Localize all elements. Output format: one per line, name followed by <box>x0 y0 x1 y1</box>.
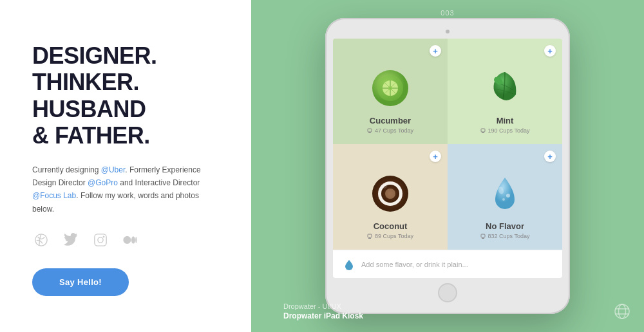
tablet-camera <box>446 30 450 33</box>
noflavor-cups: 832 Cups Today <box>480 233 530 239</box>
flavor-cell-noflavor: + <box>448 144 562 250</box>
focuslab-link[interactable]: @Focus Lab <box>32 191 76 200</box>
svg-point-26 <box>506 194 510 198</box>
instagram-icon[interactable] <box>91 231 109 249</box>
cucumber-add-button[interactable]: + <box>430 45 441 57</box>
noflavor-name: No Flavor <box>486 221 524 231</box>
svg-rect-12 <box>368 129 372 132</box>
noflavor-add-button[interactable]: + <box>544 151 556 162</box>
mint-name: Mint <box>497 116 514 125</box>
svg-point-2 <box>98 237 103 243</box>
mint-add-button[interactable]: + <box>544 45 556 57</box>
say-hello-button[interactable]: Say Hello! <box>32 268 129 296</box>
left-panel: DESIGNER.THINKER.HUSBAND& FATHER. Curren… <box>0 0 251 332</box>
svg-point-11 <box>388 86 392 90</box>
tablet-home-button[interactable] <box>438 283 457 302</box>
svg-rect-1 <box>95 234 106 246</box>
cup-icon <box>367 128 372 133</box>
bio: Currently designing @Uber. Formerly Expe… <box>32 163 213 216</box>
cup-icon <box>367 234 372 239</box>
svg-point-27 <box>502 198 505 201</box>
flavor-cell-coconut: + <box>333 144 448 250</box>
slide-number: 003 <box>440 9 454 17</box>
flavor-cell-cucumber: + <box>333 39 448 144</box>
cucumber-cups: 47 Cups Today <box>367 127 413 134</box>
uber-link[interactable]: @Uber <box>101 165 126 174</box>
coconut-icon <box>368 171 413 216</box>
app-grid: + <box>333 39 562 250</box>
coconut-add-button[interactable]: + <box>430 151 441 162</box>
tablet-device: + <box>325 18 570 314</box>
svg-point-33 <box>619 304 626 318</box>
coconut-name: Coconut <box>374 221 408 231</box>
project-title: Dropwater iPad Kiosk <box>283 311 363 320</box>
project-category: Dropwater - UI/UX <box>283 302 363 310</box>
flavor-cell-mint: + <box>448 39 562 144</box>
add-flavor-text: Add some flavor, or drink it plain... <box>361 261 468 268</box>
cup-icon <box>480 128 486 133</box>
mint-icon <box>482 66 527 111</box>
twitter-icon[interactable] <box>62 231 80 249</box>
cucumber-name: Cucumber <box>370 116 411 125</box>
coconut-cups: 89 Cups Today <box>367 233 413 239</box>
mint-cups: 190 Cups Today <box>480 127 530 134</box>
svg-point-32 <box>615 304 629 318</box>
bottom-label: Dropwater - UI/UX Dropwater iPad Kiosk <box>283 302 363 320</box>
globe-icon[interactable] <box>613 302 631 320</box>
cucumber-icon <box>368 66 413 111</box>
social-icons <box>32 231 219 249</box>
svg-rect-15 <box>481 129 485 132</box>
right-panel: 003 + <box>251 0 644 332</box>
water-drop-icon <box>343 259 355 270</box>
tablet-screen: + <box>333 39 562 278</box>
gopro-link[interactable]: @GoPro <box>88 178 118 187</box>
noflavor-icon <box>482 171 527 216</box>
svg-rect-29 <box>481 234 485 237</box>
app-bottom-bar: Add some flavor, or drink it plain... <box>333 250 562 278</box>
headline: DESIGNER.THINKER.HUSBAND& FATHER. <box>32 42 219 149</box>
svg-point-21 <box>385 189 395 199</box>
dribbble-icon[interactable] <box>32 231 50 249</box>
medium-icon[interactable] <box>121 231 139 249</box>
svg-rect-23 <box>368 234 372 237</box>
cup-icon <box>480 234 486 239</box>
svg-point-3 <box>103 236 104 237</box>
